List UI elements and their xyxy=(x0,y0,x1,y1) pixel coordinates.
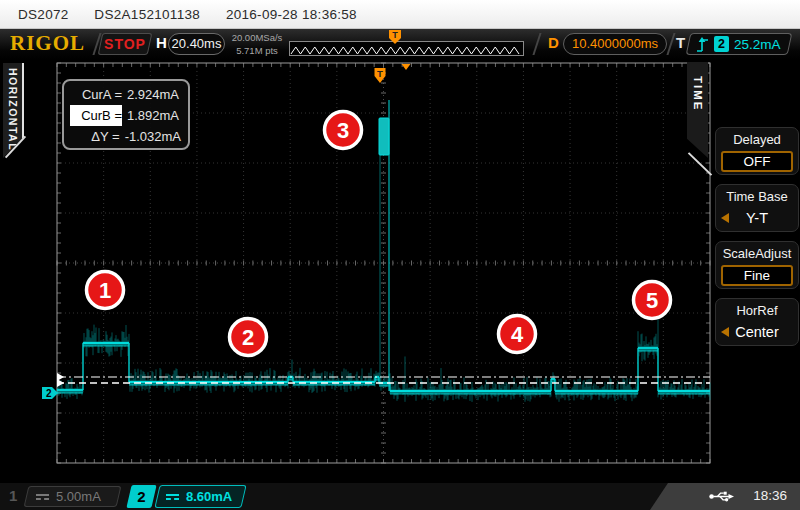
channel1-number[interactable]: 1 xyxy=(9,487,17,504)
channel1-scale-box[interactable]: 5.00mA xyxy=(24,486,122,507)
channel2-scale-box[interactable]: 8.60mA xyxy=(154,485,246,508)
cursor-delta-label: ΔY = xyxy=(70,126,120,147)
trigger-level-value: 25.2mA xyxy=(734,37,781,52)
bottom-bar: 1 5.00mA 2 8.60mA 18:36 xyxy=(0,483,800,510)
trigger-label: T xyxy=(676,34,685,51)
cursor-readout-box: CurA = 2.924mA CurB = 1.892mA ΔY = -1.03… xyxy=(62,79,190,150)
delay-label: D xyxy=(548,34,559,51)
cursor-a-row: CurA = 2.924mA xyxy=(70,84,181,105)
left-arrow-icon xyxy=(721,327,729,337)
menu-item-scaleadjust[interactable]: ScaleAdjust Fine xyxy=(715,241,799,289)
rigol-logo: RIGOL xyxy=(10,31,85,56)
cursor-b-value: 1.892mA xyxy=(127,105,181,126)
cursor-delta-value: -1.032mA xyxy=(125,126,181,147)
menu-item-value: OFF xyxy=(721,151,793,172)
title-strip: DS2072 DS2A152101138 2016-09-28 18:36:58 xyxy=(0,0,800,29)
datetime: 2016-09-28 18:36:58 xyxy=(226,7,357,22)
memory-depth: 5.71M pts xyxy=(228,44,286,57)
run-state-label: STOP xyxy=(101,34,149,54)
menu-item-value-text: Y-T xyxy=(746,210,768,226)
horizontal-label: H xyxy=(156,34,167,51)
clock: 18:36 xyxy=(753,488,787,503)
menu-item-label: ScaleAdjust xyxy=(716,246,798,261)
channel2-number: 2 xyxy=(129,485,154,508)
dc-coupling-icon xyxy=(36,494,49,500)
separator xyxy=(532,33,541,55)
channel2-number-badge[interactable]: 2 xyxy=(126,485,156,508)
waveform-preview-strip[interactable] xyxy=(289,41,524,56)
separator xyxy=(666,33,675,55)
left-arrow-icon xyxy=(721,213,729,223)
menu-item-value-text: Center xyxy=(735,324,779,340)
model-name: DS2072 xyxy=(18,7,69,22)
menu-item-timebase[interactable]: Time Base Y-T xyxy=(715,184,799,232)
trigger-readout[interactable]: 2 25.2mA xyxy=(686,33,793,55)
cursor-delta-row: ΔY = -1.032mA xyxy=(70,126,181,147)
tab-horizontal-label: HORIZONTAL xyxy=(7,68,19,151)
acquisition-info: 20.00MSa/s 5.71M pts xyxy=(228,31,286,57)
menu-item-label: Time Base xyxy=(716,189,798,204)
rising-edge-icon xyxy=(696,36,709,53)
channel1-scale: 5.00mA xyxy=(56,489,101,504)
dc-coupling-icon xyxy=(166,494,179,500)
sample-rate: 20.00MSa/s xyxy=(228,31,286,44)
usb-icon xyxy=(709,490,736,503)
menu-item-value: Center xyxy=(716,324,798,340)
preview-waveform xyxy=(291,47,519,54)
delay-readout[interactable]: 10.4000000ms xyxy=(563,33,667,55)
channel2-scale: 8.60mA xyxy=(186,489,232,504)
menu-item-horref[interactable]: HorRef Center xyxy=(715,298,799,346)
tab-time-label: TIME xyxy=(692,76,704,111)
menu-item-value: Y-T xyxy=(716,210,798,226)
menu-item-label: Delayed xyxy=(716,132,798,147)
menu-item-delayed[interactable]: Delayed OFF xyxy=(715,127,799,175)
cursor-b-row: CurB = 1.892mA xyxy=(70,105,181,126)
menu-item-value: Fine xyxy=(721,265,793,286)
cursor-a-value: 2.924mA xyxy=(127,84,181,105)
serial-number: DS2A152101138 xyxy=(94,7,200,22)
cursor-a-label: CurA = xyxy=(70,84,122,105)
timebase-readout[interactable]: 20.40ms xyxy=(168,33,225,55)
menu-item-label: HorRef xyxy=(716,303,798,318)
status-bar: RIGOL STOP H 20.40ms 20.00MSa/s 5.71M pt… xyxy=(0,29,800,60)
run-state-badge: STOP xyxy=(98,33,153,55)
oscilloscope-screen: DS2072 DS2A152101138 2016-09-28 18:36:58… xyxy=(0,0,800,510)
preview-zigzag xyxy=(290,43,523,56)
trigger-source-badge: 2 xyxy=(714,36,729,52)
cursor-b-label: CurB = xyxy=(70,105,122,126)
